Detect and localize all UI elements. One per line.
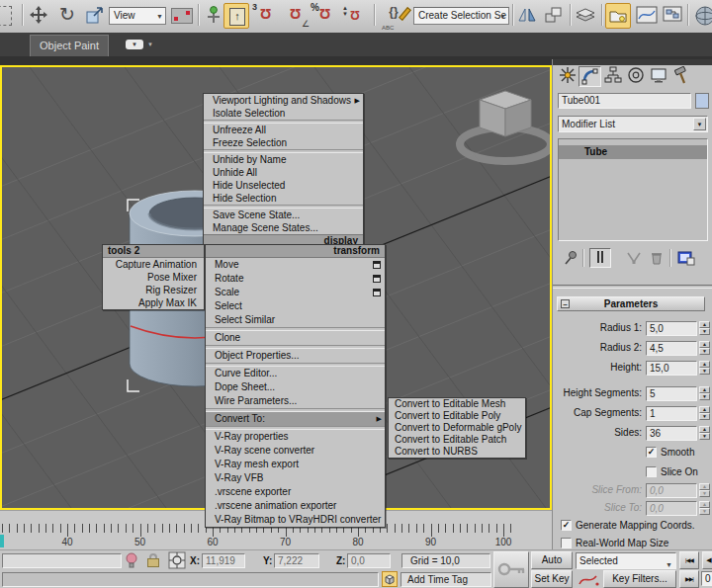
current-frame-field[interactable]: 0	[701, 571, 712, 586]
configure-modifier-sets-icon[interactable]	[677, 250, 695, 266]
settings-box-icon[interactable]	[373, 289, 381, 296]
z-coordinate-field[interactable]: 0,0	[347, 553, 391, 568]
named-selection-set-dropdown[interactable]: Create Selection Se ▼	[413, 7, 509, 25]
menu-item-convert-to[interactable]: Convert To:▶	[206, 412, 385, 426]
menu-item[interactable]: Scale	[206, 286, 385, 299]
generate-mapping-checkbox[interactable]: ✓	[561, 520, 572, 531]
ribbon-options-caret-icon[interactable]: ▼	[147, 42, 153, 47]
time-tag-cube-icon[interactable]	[382, 571, 398, 587]
pin-stack-icon[interactable]	[563, 250, 578, 266]
default-in-out-tangents-icon[interactable]	[578, 572, 599, 587]
add-time-tag-field[interactable]: Add Time Tag	[400, 572, 491, 587]
menu-item[interactable]: Wire Parameters...	[206, 394, 385, 408]
menu-item[interactable]: Dope Sheet...	[206, 380, 385, 394]
select-move-icon[interactable]	[28, 5, 49, 27]
menu-item[interactable]: Clone	[206, 331, 385, 345]
menu-item[interactable]: Select	[206, 299, 385, 313]
menu-item[interactable]: Move	[206, 258, 385, 272]
toggle-set-key-mode-button[interactable]	[493, 551, 529, 588]
modifier-list-dropdown[interactable]: Modifier List ▼	[558, 116, 708, 132]
selection-lock-icon[interactable]	[147, 553, 159, 567]
keyboard-shortcut-override-button[interactable]: ↑	[223, 3, 249, 29]
menu-item[interactable]: V-Ray VFB	[206, 471, 385, 485]
param-field[interactable]: 5	[646, 386, 697, 401]
menu-item[interactable]: Save Scene State...	[204, 209, 363, 221]
mirror-icon[interactable]	[516, 5, 538, 27]
menu-item[interactable]: Rig Resizer	[103, 284, 204, 296]
menu-item[interactable]: Viewport Lighting and Shadows▶	[204, 94, 363, 107]
param-field[interactable]: 15,0	[646, 361, 697, 376]
menu-item[interactable]: Object Properties...	[206, 349, 385, 363]
tab-hierarchy[interactable]	[601, 66, 624, 87]
parameters-rollout-header[interactable]: – Parameters	[557, 296, 705, 311]
set-key-button[interactable]: Set Key	[531, 570, 573, 588]
param-field[interactable]: 36	[646, 426, 697, 441]
menu-item[interactable]: Unfreeze All	[204, 124, 363, 136]
remove-modifier-icon[interactable]	[650, 250, 664, 266]
ribbon-minimize-button[interactable]: ▼	[126, 40, 143, 49]
select-scale-icon[interactable]	[84, 5, 106, 27]
align-icon[interactable]	[543, 5, 565, 27]
absolute-offset-toggle-icon[interactable]	[168, 551, 186, 569]
tab-create[interactable]	[556, 66, 578, 87]
tab-object-paint[interactable]: Object Paint	[30, 35, 109, 56]
spinner-control[interactable]: ▲▼	[699, 321, 710, 336]
angle-snap-toggle-icon[interactable]: Ω ∠	[285, 5, 307, 27]
object-name-field[interactable]: Tube001	[558, 93, 691, 109]
window-crossing-icon[interactable]	[0, 6, 12, 26]
spinner-control[interactable]: ▲▼	[699, 406, 710, 421]
time-slider-marker[interactable]	[0, 535, 4, 547]
modifier-stack-list[interactable]: Tube	[558, 138, 708, 241]
slice-on-checkbox[interactable]	[646, 466, 657, 477]
spinner-control[interactable]: ▲▼	[699, 341, 710, 356]
tab-motion[interactable]	[624, 66, 647, 87]
percent-snap-toggle-icon[interactable]: % Ω	[314, 5, 336, 27]
use-pivot-center-icon[interactable]	[171, 8, 193, 24]
menu-item[interactable]: Select Similar	[206, 313, 385, 327]
snaps-toggle-3d-icon[interactable]: 3 Ω	[255, 5, 277, 27]
schematic-view-icon[interactable]	[662, 5, 683, 27]
menu-item[interactable]: Capture Animation	[103, 258, 204, 271]
menu-item[interactable]: Convert to Editable Mesh	[389, 398, 525, 410]
key-mode-dropdown[interactable]: Selected ▼	[576, 552, 676, 569]
param-field[interactable]: 5,0	[646, 321, 697, 336]
spinner-control[interactable]: ▲▼	[699, 361, 710, 376]
menu-item[interactable]: V-Ray scene converter	[206, 444, 385, 458]
y-coordinate-field[interactable]: 7,222	[274, 553, 319, 568]
key-filters-button[interactable]: Key Filters...	[603, 570, 676, 588]
menu-item[interactable]: Apply Max IK	[103, 296, 204, 309]
stack-item-tube[interactable]: Tube	[559, 145, 707, 159]
settings-box-icon[interactable]	[373, 275, 381, 283]
maxscript-mini-listener[interactable]	[2, 553, 122, 568]
param-field[interactable]: 1	[646, 406, 697, 421]
real-world-map-checkbox[interactable]	[561, 538, 572, 548]
graphite-ribbon-toggle-button[interactable]	[605, 3, 631, 29]
settings-box-icon[interactable]	[373, 261, 381, 269]
menu-item[interactable]: Curve Editor...	[206, 367, 385, 380]
menu-item[interactable]: V-Ray properties	[206, 430, 385, 444]
tab-display[interactable]	[647, 66, 669, 87]
auto-key-button[interactable]: Auto Key	[531, 551, 573, 569]
layer-manager-icon[interactable]	[575, 5, 596, 27]
menu-item[interactable]: Unhide All	[204, 166, 363, 179]
curve-editor-icon[interactable]	[636, 5, 658, 27]
reference-coordinate-dropdown[interactable]: View ▼	[109, 7, 166, 25]
smooth-checkbox[interactable]: ✓	[646, 447, 657, 458]
previous-frame-button[interactable]: ◀	[702, 551, 712, 569]
make-unique-icon[interactable]	[626, 251, 642, 265]
menu-item[interactable]: .vrscene exporter	[206, 485, 385, 499]
menu-item[interactable]: Hide Selection	[204, 192, 363, 205]
menu-item[interactable]: V-Ray Bitmap to VRayHDRI converter	[206, 513, 385, 527]
menu-item[interactable]: Freeze Selection	[204, 136, 363, 149]
go-to-start-button[interactable]: |◀◀	[679, 551, 699, 569]
x-coordinate-field[interactable]: 11,919	[202, 553, 245, 568]
isolate-selection-bulb-icon[interactable]	[125, 552, 138, 569]
spinner-control[interactable]: ▲▼	[699, 386, 710, 401]
menu-item[interactable]: Manage Scene States...	[204, 221, 363, 234]
tab-utilities[interactable]	[669, 66, 692, 87]
menu-item[interactable]: Convert to Editable Poly	[389, 410, 525, 422]
menu-item[interactable]: Convert to Deformable gPoly	[389, 422, 525, 434]
collapse-rollout-icon[interactable]: –	[561, 299, 570, 308]
select-rotate-icon[interactable]: ↻	[56, 5, 78, 27]
render-setup-icon[interactable]	[693, 5, 712, 27]
